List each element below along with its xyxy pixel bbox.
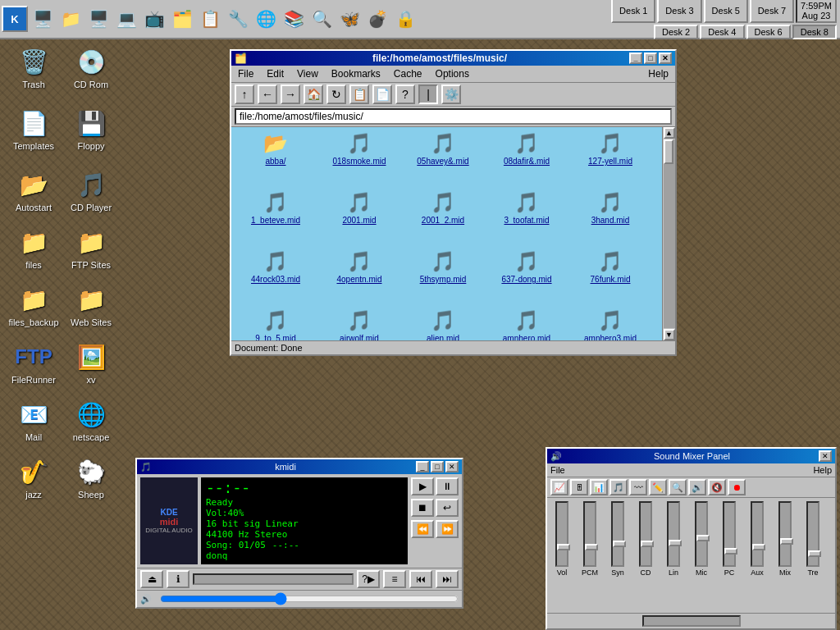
fm-settings-button[interactable]: ⚙️ [441,84,461,104]
fm-menu-bookmarks[interactable]: Bookmarks [328,67,384,80]
fm-file-6[interactable]: 🎵2001.mid [318,189,400,247]
fm-address-input[interactable] [235,108,672,125]
fm-file-13[interactable]: 🎵637-dong.mid [486,249,568,306]
desktop-icon-netscape[interactable]: 🌐 netscape [62,398,120,443]
fm-close-button[interactable]: ✕ [659,52,672,64]
taskbar-icon-10[interactable]: 📚 [281,2,307,35]
desk-7[interactable]: Desk 7 [750,0,794,23]
sm-fader-handle-5[interactable] [696,535,710,541]
fm-file-1[interactable]: 🎵018smoke.mid [318,130,400,188]
taskbar-icon-5[interactable]: 📺 [141,2,167,35]
taskbar-icon-11[interactable]: 🔍 [308,2,335,35]
sm-btn-2[interactable]: 🎚 [570,479,588,495]
sm-fader-handle-3[interactable] [641,541,654,547]
sm-fader-handle-8[interactable] [780,538,793,545]
taskbar-icon-2[interactable]: 📁 [57,2,84,35]
sm-menu-file[interactable]: File [550,465,565,475]
fm-file-7[interactable]: 🎵2001_2.mid [402,189,484,247]
kmidi-extra-button1[interactable]: ?▶ [357,570,380,588]
fm-maximize-button[interactable]: □ [644,52,657,64]
desk-3[interactable]: Desk 3 [657,0,701,23]
kmidi-info-button[interactable]: ℹ [167,570,189,588]
sm-menu-help[interactable]: Help [813,465,832,475]
sm-fader-handle-9[interactable] [808,550,821,557]
desktop-icon-autostart[interactable]: 📂 Autostart [5,168,62,213]
sm-fader-handle-4[interactable] [669,540,682,546]
kmidi-minimize-button[interactable]: _ [416,461,429,472]
sm-fader-handle-2[interactable] [613,541,626,547]
fm-menu-view[interactable]: View [294,67,322,80]
desktop-icon-templates[interactable]: 📄 Templates [5,107,62,152]
fm-menu-help[interactable]: Help [645,67,672,80]
fm-menu-file[interactable]: File [235,67,257,80]
desktop-icon-cdplayer[interactable]: 🎵 CD Player [62,168,120,213]
kmidi-progress-bar[interactable] [193,573,354,585]
desk-1[interactable]: Desk 1 [611,0,655,23]
desktop-icon-cdrom[interactable]: 💿 CD Rom [62,45,120,90]
sm-btn-mute[interactable]: 🔇 [708,479,726,495]
sm-btn-5[interactable]: 〰 [629,479,647,495]
fm-file-19[interactable]: 🎵amnhero3.mid [569,308,651,340]
desktop-icon-filesbackup[interactable]: 📁 files_backup [5,283,62,328]
fm-minimize-button[interactable]: _ [629,52,642,64]
kmidi-close-button[interactable]: ✕ [445,461,459,472]
sm-btn-6[interactable]: ✏️ [649,479,667,495]
fm-back-button[interactable]: ← [258,84,277,104]
taskbar-icon-6[interactable]: 🗂️ [169,2,195,35]
desktop-icon-filerunner[interactable]: FTP FileRunner [5,340,62,386]
fm-file-4[interactable]: 🎵127-yell.mid [569,130,651,188]
desk-4[interactable]: Desk 4 [700,25,744,39]
fm-help-button[interactable]: ? [395,84,415,104]
kmidi-loop-button[interactable]: ↩ [436,499,459,517]
kmidi-pause-button[interactable]: ⏸ [436,477,459,495]
fm-menu-cache[interactable]: Cache [390,67,426,80]
fm-menu-edit[interactable]: Edit [263,67,287,80]
kmidi-next-button[interactable]: ⏭ [436,570,459,588]
sm-btn-7[interactable]: 🔍 [669,479,687,495]
sm-close-button[interactable]: ✕ [819,450,832,462]
desk-2[interactable]: Desk 2 [654,25,698,39]
fm-file-11[interactable]: 🎵4opentn.mid [318,249,400,306]
fm-reload-button[interactable]: ↻ [326,84,346,104]
desk-5[interactable]: Desk 5 [704,0,748,23]
fm-file-16[interactable]: 🎵airwolf.mid [318,308,400,340]
kmidi-volume-slider[interactable] [160,592,459,605]
kmidi-stop-button[interactable]: ⏹ [411,499,434,517]
sm-fader-9[interactable] [806,501,819,567]
sm-fader-5[interactable] [695,501,708,567]
sm-fader-6[interactable] [723,501,736,567]
fm-scroll-up[interactable]: ▲ [664,127,675,139]
fm-forward-button[interactable]: → [281,84,300,104]
sm-fader-handle-1[interactable] [585,544,598,550]
sm-fader-2[interactable] [611,501,624,567]
kmidi-play-button[interactable]: ▶ [411,477,434,495]
desktop-icon-xv[interactable]: 🖼️ xv [62,340,120,386]
fm-scroll-thumb[interactable] [664,139,673,164]
fm-file-10[interactable]: 🎵44rock03.mid [235,249,317,306]
fm-file-0[interactable]: 📂abba/ [235,130,317,188]
sm-fader-3[interactable] [639,501,652,567]
fm-paste-button[interactable]: 📄 [372,84,392,104]
sm-balance-slider[interactable] [642,615,741,627]
taskbar-icon-7[interactable]: 📋 [197,2,223,35]
desk-6[interactable]: Desk 6 [746,25,791,39]
fm-copy-button[interactable]: 📋 [349,84,369,104]
fm-file-5[interactable]: 🎵1_beteve.mid [235,189,317,247]
sm-fader-handle-6[interactable] [724,548,737,555]
fm-file-14[interactable]: 🎵76funk.mid [569,249,651,306]
sm-fader-handle-7[interactable] [752,544,765,550]
desktop-icon-floppy[interactable]: 💾 Floppy [62,107,120,152]
sm-fader-7[interactable] [751,501,764,567]
fm-menu-options[interactable]: Options [432,67,472,80]
fm-file-9[interactable]: 🎵3hand.mid [569,189,651,247]
desktop-icon-sheep[interactable]: 🐑 Sheep [62,455,120,500]
kmidi-eject-button[interactable]: ⏏ [140,570,163,588]
desktop-icon-files[interactable]: 📁 files [5,226,62,271]
taskbar-icon-4[interactable]: 💻 [113,2,139,35]
desktop-icon-mail[interactable]: 📧 Mail [5,398,62,443]
fm-home-button[interactable]: 🏠 [304,84,323,104]
kmidi-rewind-button[interactable]: ⏪ [411,520,434,538]
sm-btn-3[interactable]: 📊 [590,479,608,495]
sm-btn-4[interactable]: 🎵 [609,479,628,495]
fm-scroll-down[interactable]: ▼ [664,329,675,340]
